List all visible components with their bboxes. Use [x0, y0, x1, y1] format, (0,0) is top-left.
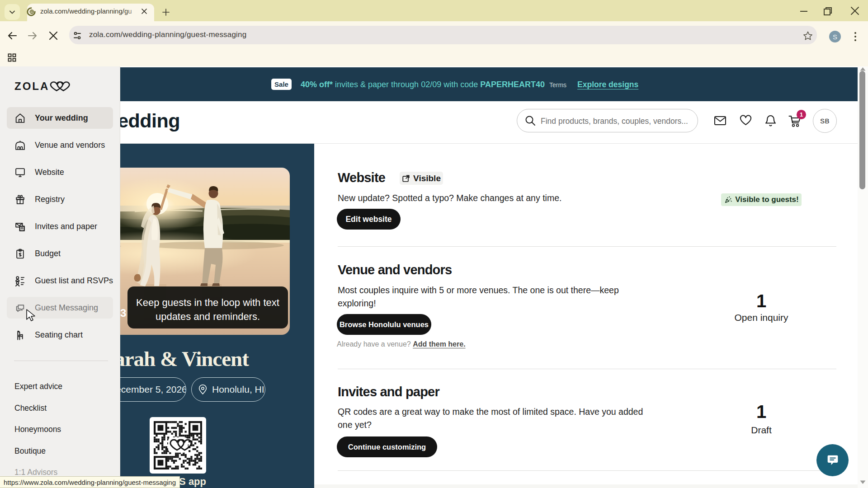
svg-text:ZOLA: ZOLA [14, 80, 49, 92]
